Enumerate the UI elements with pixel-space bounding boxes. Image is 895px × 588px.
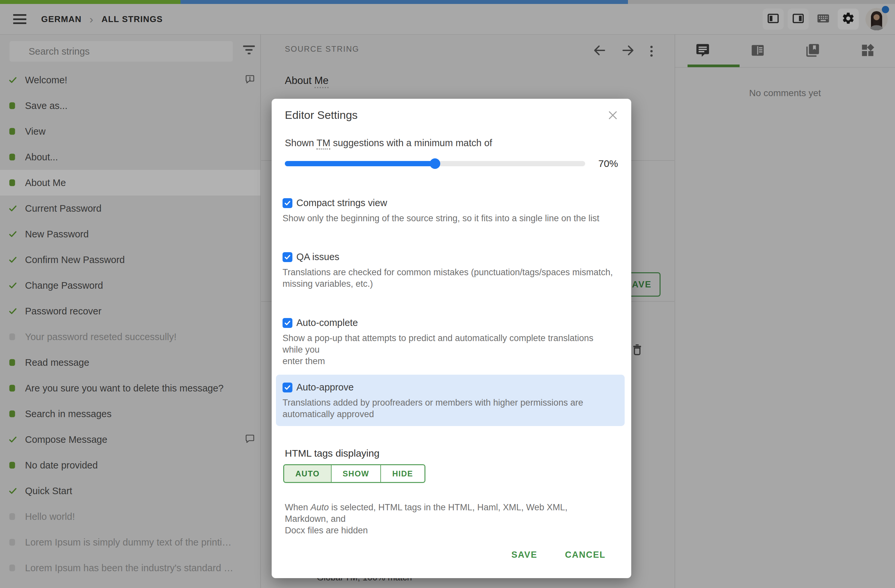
html-tags-description: When Auto is selected, HTML tags in the … bbox=[285, 490, 611, 536]
html-tags-show-button[interactable]: SHOW bbox=[331, 465, 381, 482]
compact-strings-checkbox[interactable] bbox=[282, 198, 293, 208]
html-tags-heading: HTML tags displaying bbox=[285, 448, 379, 459]
html-tags-toggle: AUTO SHOW HIDE bbox=[283, 464, 425, 483]
html-tags-hide-button[interactable]: HIDE bbox=[380, 465, 424, 482]
option-auto-approve: Auto-approve Translations added by proof… bbox=[276, 375, 625, 426]
save-button[interactable]: SAVE bbox=[507, 546, 542, 564]
crowdin-editor: GERMAN › ALL STRINGS bbox=[0, 0, 895, 588]
close-icon[interactable] bbox=[606, 109, 619, 122]
qa-issues-checkbox[interactable] bbox=[282, 252, 293, 262]
slider-thumb[interactable] bbox=[430, 158, 440, 169]
slider-fill bbox=[285, 161, 435, 166]
auto-complete-checkbox[interactable] bbox=[282, 318, 293, 328]
editor-settings-dialog: Editor Settings Shown TM suggestions wit… bbox=[272, 99, 631, 578]
slider-value: 70% bbox=[585, 158, 618, 169]
option-auto-complete: Auto-complete Show a pop-up that attempt… bbox=[282, 317, 615, 367]
tm-abbreviation: TM bbox=[316, 138, 330, 150]
tm-threshold-label: Shown TM suggestions with a minimum matc… bbox=[285, 138, 492, 149]
option-qa-issues: QA issues Translations are checked for c… bbox=[282, 252, 615, 290]
html-tags-auto-button[interactable]: AUTO bbox=[284, 465, 331, 482]
option-compact-strings: Compact strings view Show only the begin… bbox=[282, 197, 615, 224]
auto-approve-checkbox[interactable] bbox=[282, 383, 293, 393]
dialog-title: Editor Settings bbox=[285, 109, 358, 121]
cancel-button[interactable]: CANCEL bbox=[560, 546, 610, 564]
tm-threshold-slider[interactable] bbox=[285, 161, 585, 166]
